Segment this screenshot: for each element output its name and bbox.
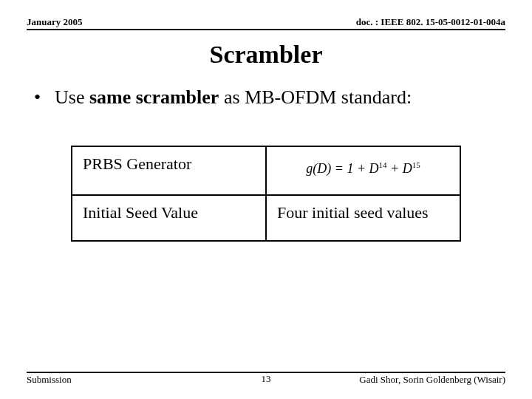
slide-footer: Submission 13 Gadi Shor, Sorin Goldenber… [27,372,505,386]
footer-authors: Gadi Shor, Sorin Goldenberg (Wisair) [359,374,505,386]
cell-prbs-formula: g(D) = 1 + D14 + D15 [266,146,460,195]
formula-term-2-exp: 14 [379,160,387,169]
bullet-pre: Use [55,86,89,108]
formula-lhs-arg: D [317,161,327,176]
table-row: Initial Seed Value Four initial seed val… [72,195,460,241]
bullet-strong: same scrambler [89,86,219,108]
formula: g(D) = 1 + D14 + D15 [277,154,449,177]
slide: January 2005 doc. : IEEE 802. 15-05-0012… [0,0,532,399]
cell-prbs-label: PRBS Generator [72,146,266,195]
cell-seed-value: Four initial seed values [266,195,460,241]
cell-seed-label: Initial Seed Value [72,195,266,241]
formula-term-2-base: D [369,161,379,176]
bullet-mid: as [219,86,245,108]
bullet-text: Use same scrambler as MB-OFDM standard: [55,86,412,109]
formula-term-1: 1 [347,161,353,176]
formula-term-3-exp: 15 [412,160,420,169]
formula-lhs-fn: g [306,161,313,176]
header-doc-id: doc. : IEEE 802. 15-05-0012-01-004a [356,16,505,28]
spec-table-wrap: PRBS Generator g(D) = 1 + D14 + D15 Init… [71,146,461,242]
bullet-list: • Use same scrambler as MB-OFDM standard… [34,86,505,109]
header-date: January 2005 [27,16,82,28]
footer-line: Submission 13 Gadi Shor, Sorin Goldenber… [27,372,505,386]
formula-term-3-base: D [403,161,412,176]
bullet-marker: • [34,86,55,109]
bullet-term: MB-OFDM [245,86,336,108]
spec-table: PRBS Generator g(D) = 1 + D14 + D15 Init… [71,146,461,242]
slide-header: January 2005 doc. : IEEE 802. 15-05-0012… [27,16,505,30]
bullet-post: standard: [336,86,412,108]
bullet-item: • Use same scrambler as MB-OFDM standard… [34,86,505,109]
footer-left: Submission [27,374,72,386]
table-row: PRBS Generator g(D) = 1 + D14 + D15 [72,146,460,195]
slide-title: Scrambler [27,41,505,69]
